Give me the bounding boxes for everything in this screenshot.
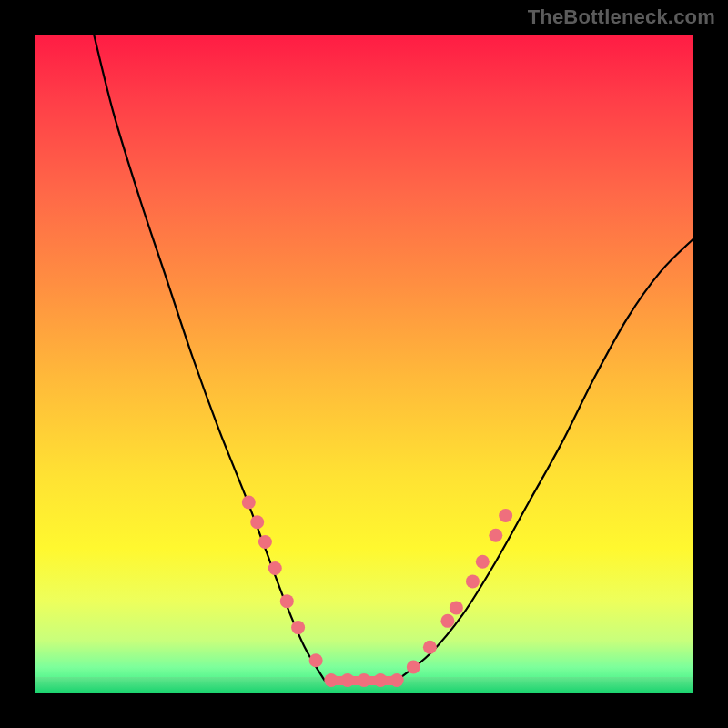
curve-right bbox=[397, 238, 693, 680]
data-point bbox=[250, 515, 264, 529]
data-point bbox=[423, 641, 437, 654]
data-point bbox=[466, 574, 480, 588]
curve-left bbox=[94, 35, 324, 681]
chart-svg bbox=[35, 35, 693, 693]
data-point bbox=[258, 535, 272, 549]
data-point bbox=[489, 529, 502, 542]
data-point bbox=[268, 561, 282, 575]
data-point bbox=[476, 555, 490, 569]
data-point bbox=[499, 509, 512, 522]
data-point bbox=[280, 594, 294, 608]
plot-area bbox=[35, 35, 693, 693]
data-point bbox=[291, 621, 305, 634]
flat-bottom-segment bbox=[325, 676, 398, 685]
data-point bbox=[309, 653, 323, 667]
data-point bbox=[450, 601, 463, 614]
attribution-text: TheBottleneck.com bbox=[528, 5, 715, 29]
data-point bbox=[440, 614, 454, 628]
data-point bbox=[242, 496, 256, 510]
data-points bbox=[242, 496, 512, 687]
data-point bbox=[407, 661, 420, 674]
outer-frame: TheBottleneck.com bbox=[0, 0, 728, 728]
